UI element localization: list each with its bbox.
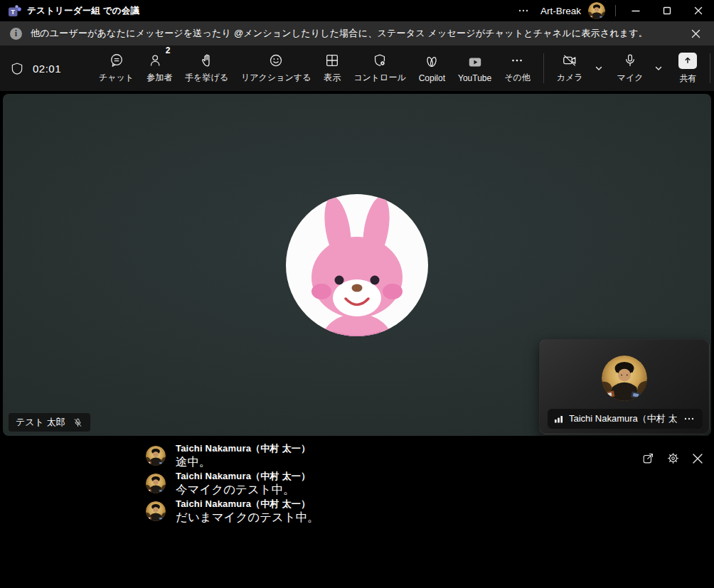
self-view-tile[interactable]: Taichi Nakamura（中村 太... — [539, 339, 710, 434]
camera-button[interactable]: カメラ — [550, 53, 590, 84]
titlebar-divider — [615, 5, 616, 16]
view-label: 表示 — [324, 72, 341, 84]
shield-icon — [10, 61, 24, 76]
participants-count: 2 — [166, 46, 171, 55]
banner-close-icon[interactable] — [688, 26, 704, 42]
meeting-timer: 02:01 — [33, 63, 61, 75]
svg-text:T: T — [11, 8, 15, 16]
more-ellipsis-icon — [509, 53, 525, 68]
caption-text: 途中。 — [176, 454, 310, 469]
caption-speaker-avatar — [146, 501, 166, 521]
youtube-label: YouTube — [458, 73, 491, 83]
share-label: 共有 — [679, 73, 696, 85]
caption-speaker-name: Taichi Nakamura（中村 太一） — [176, 498, 319, 510]
minimize-button[interactable] — [620, 0, 651, 21]
control-shield-gear-icon — [372, 53, 388, 68]
copilot-button[interactable]: Copilot — [412, 54, 452, 83]
react-icon — [268, 53, 284, 68]
notification-banner: i 他のユーザーがあなたにメッセージを送ったり @メンションしたりした場合に、ス… — [0, 21, 714, 46]
chat-label: チャット — [99, 72, 134, 84]
react-label: リアクションする — [241, 72, 311, 84]
meeting-toolbar: 02:01 チャット 2 参加者 手を挙げる リアクションする — [0, 46, 714, 91]
control-label: コントロール — [353, 72, 405, 84]
react-button[interactable]: リアクションする — [235, 53, 317, 84]
view-grid-icon — [324, 53, 340, 68]
participants-icon — [149, 53, 164, 68]
participant-avatar-rabbit — [286, 194, 428, 336]
raise-hand-icon — [199, 53, 215, 68]
caption-row: Taichi Nakamura（中村 太一） 今マイクのテスト中。 — [146, 470, 319, 497]
raise-hand-label: 手を挙げる — [185, 72, 228, 84]
copilot-icon — [424, 54, 439, 70]
teams-logo-icon: T — [7, 4, 21, 18]
window-title: テストリーダー組 での会議 — [27, 5, 139, 17]
camera-label: カメラ — [557, 72, 583, 84]
camera-off-icon — [561, 53, 578, 68]
caption-row: Taichi Nakamura（中村 太一） だいまマイクのテスト中。 — [146, 498, 319, 525]
caption-speaker-avatar — [146, 446, 166, 466]
youtube-button[interactable]: YouTube — [452, 54, 498, 83]
signal-bars-icon — [554, 414, 564, 424]
info-icon: i — [10, 28, 22, 40]
caption-speaker-name: Taichi Nakamura（中村 太一） — [176, 442, 310, 454]
caption-row: Taichi Nakamura（中村 太一） 途中。 — [146, 442, 319, 469]
self-view-more-icon[interactable] — [682, 412, 696, 425]
chat-button[interactable]: チャット — [92, 53, 140, 84]
caption-speaker-avatar — [146, 474, 166, 493]
more-button[interactable]: その他 — [498, 53, 537, 84]
raise-hand-button[interactable]: 手を挙げる — [178, 53, 235, 84]
captions-panel: Taichi Nakamura（中村 太一） 途中。 Taichi Nakamu… — [0, 439, 714, 588]
caption-speaker-name: Taichi Nakamura（中村 太一） — [176, 470, 310, 482]
mic-options-chevron-icon[interactable] — [651, 63, 666, 73]
close-window-button[interactable] — [683, 0, 714, 21]
participants-label: 参加者 — [146, 72, 172, 84]
share-up-arrow-icon — [678, 53, 697, 69]
self-view-avatar — [602, 356, 647, 401]
mic-muted-icon — [73, 417, 83, 428]
titlebar: T テストリーダー組 での会議 Art-Break — [0, 0, 714, 21]
participant-name-tag: テスト 太郎 — [9, 413, 90, 432]
banner-message: 他のユーザーがあなたにメッセージを送ったり @メンションしたりした場合に、ステー… — [31, 27, 688, 40]
self-view-name-bar: Taichi Nakamura（中村 太... — [548, 409, 703, 429]
toolbar-divider — [543, 53, 544, 83]
share-button[interactable]: 共有 — [672, 53, 703, 85]
maximize-button[interactable] — [651, 0, 683, 21]
participant-name: テスト 太郎 — [16, 416, 65, 429]
participants-button[interactable]: 2 参加者 — [140, 53, 178, 84]
captions-popout-icon[interactable] — [641, 451, 656, 466]
mic-label: マイク — [617, 72, 644, 84]
mic-icon — [622, 53, 638, 68]
profile-avatar[interactable] — [588, 2, 605, 19]
toolbar-divider — [710, 53, 710, 83]
profile-name[interactable]: Art-Break — [540, 6, 581, 16]
caption-text: 今マイクのテスト中。 — [176, 482, 310, 497]
copilot-label: Copilot — [419, 73, 445, 83]
titlebar-more-icon[interactable] — [509, 5, 538, 16]
captions-settings-gear-icon[interactable] — [666, 451, 681, 466]
mic-button[interactable]: マイク — [611, 53, 650, 84]
video-stage: テスト 太郎 Taichi Nakamura（中村 太... — [3, 94, 711, 436]
chat-icon — [109, 53, 124, 68]
view-button[interactable]: 表示 — [317, 53, 347, 84]
control-button[interactable]: コントロール — [347, 53, 412, 84]
youtube-icon — [467, 54, 484, 70]
more-label: その他 — [504, 72, 531, 84]
captions-close-icon[interactable] — [691, 451, 705, 466]
camera-options-chevron-icon[interactable] — [591, 63, 607, 73]
caption-text: だいまマイクのテスト中。 — [176, 510, 319, 525]
self-view-name: Taichi Nakamura（中村 太... — [569, 412, 677, 425]
